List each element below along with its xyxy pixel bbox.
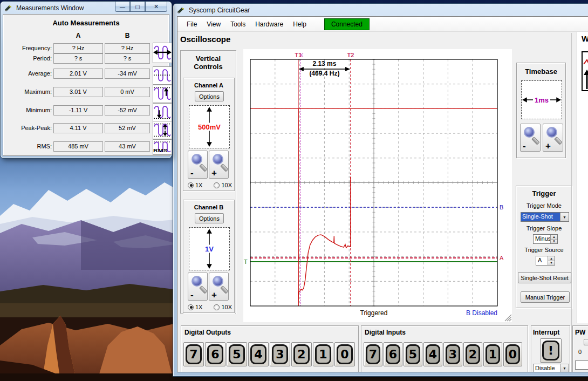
- spin-up-icon[interactable]: ▲: [551, 235, 557, 240]
- trigger-mode-label: Trigger Mode: [516, 202, 572, 209]
- trigger-heading: Trigger: [516, 189, 572, 198]
- minus-label: -: [190, 290, 194, 300]
- menu-item-hardware[interactable]: Hardware: [250, 18, 288, 30]
- measurements-window: Measurements Window — ▢ ✕ Auto Measureme…: [1, 2, 172, 158]
- row-label: Average:: [3, 69, 52, 79]
- menu-item-view[interactable]: View: [202, 18, 225, 30]
- menu-item-help[interactable]: Help: [288, 18, 311, 30]
- digital-output-bit-1[interactable]: 1: [313, 342, 333, 366]
- svg-text:A: A: [500, 255, 504, 261]
- channel-a-zoom-out-button[interactable]: -: [188, 151, 208, 179]
- row-label: Frequency:: [3, 43, 52, 53]
- bit-digit-label: 1: [486, 344, 500, 364]
- pwm-partial-field[interactable]: [575, 360, 588, 370]
- channel-a-probe-10x-radio[interactable]: 10X: [214, 182, 232, 188]
- connected-indicator[interactable]: Connected: [324, 18, 370, 30]
- digital-input-bit-7[interactable]: 7: [364, 342, 382, 366]
- svg-text:B Disabled: B Disabled: [466, 309, 497, 317]
- pwm-value: 0: [578, 349, 582, 355]
- chevron-down-icon[interactable]: ▼: [560, 364, 569, 372]
- trigger-slope-spinner[interactable]: Minus ▲ ▼: [533, 234, 558, 244]
- interrupt-button[interactable]: !: [540, 338, 562, 363]
- channel-b-group: Channel B Options 1V -: [183, 200, 235, 313]
- app-icon: [177, 6, 186, 15]
- bit-digit-label: 2: [466, 344, 480, 364]
- digital-output-bit-2[interactable]: 2: [291, 342, 312, 366]
- close-button[interactable]: ✕: [145, 2, 167, 12]
- oscilloscope-display[interactable]: 2.13 ms(469.4 Hz)XT1T2BATTriggeredB Disa…: [243, 49, 512, 322]
- digital-input-bit-3[interactable]: 3: [443, 342, 462, 366]
- channel-b-probe-10x-radio[interactable]: 10X: [214, 304, 232, 310]
- svg-text:RMS: RMS: [153, 147, 168, 153]
- bit-digit-label: 4: [426, 344, 440, 364]
- exclamation-icon: !: [542, 341, 559, 360]
- circuitgear-window-titlebar[interactable]: Syscomp CircuitGear: [173, 4, 588, 16]
- digital-output-bit-0[interactable]: 0: [334, 342, 355, 366]
- digital-input-bit-0[interactable]: 0: [503, 342, 522, 366]
- digital-input-bit-2[interactable]: 2: [463, 342, 482, 366]
- digital-input-bit-6[interactable]: 6: [384, 342, 402, 366]
- value-peakpeak-b: 52 mV: [105, 123, 150, 133]
- channel-b-probe-1x-radio[interactable]: 1X: [188, 304, 202, 310]
- digital-output-bit-6[interactable]: 6: [205, 342, 225, 366]
- channel-a-group: Channel A Options 500mV -: [183, 78, 235, 191]
- timebase-range-box[interactable]: 1ms: [521, 80, 562, 119]
- channel-a-probe-1x-radio[interactable]: 1X: [188, 182, 202, 188]
- value-maximum-b: 0 mV: [105, 87, 150, 97]
- interrupt-panel: Interrupt ! Disable ▼: [531, 325, 570, 372]
- bit-digit-label: 2: [293, 344, 310, 364]
- spin-down-icon[interactable]: ▼: [551, 240, 557, 244]
- value-average-a: 2.01 V: [53, 69, 103, 79]
- channel-b-zoom-out-button[interactable]: -: [188, 273, 208, 301]
- value-minimum-b: -52 mV: [105, 105, 150, 115]
- pwm-partial-button[interactable]: [584, 339, 588, 345]
- bit-digit-label: 7: [186, 344, 202, 364]
- digital-outputs-panel: Digital Outputs 76543210: [181, 325, 359, 372]
- interrupt-mode-select[interactable]: Disable ▼: [533, 364, 569, 372]
- spin-down-icon[interactable]: ▼: [548, 261, 555, 266]
- wave-maximum-icon: [153, 85, 172, 103]
- timebase-zoom-out-button[interactable]: -: [520, 124, 541, 152]
- probe-10x-label: 10X: [221, 304, 232, 310]
- digital-input-bit-1[interactable]: 1: [483, 342, 502, 366]
- digital-output-bit-4[interactable]: 4: [248, 342, 269, 366]
- bit-digit-label: 7: [366, 344, 380, 364]
- timebase-panel: Timebase 1ms -: [516, 63, 566, 158]
- bit-digit-label: 6: [386, 344, 400, 364]
- interrupt-heading: Interrupt: [533, 329, 559, 336]
- chevron-down-icon[interactable]: ▼: [560, 213, 569, 221]
- svg-text:T1: T1: [295, 52, 302, 58]
- channel-a-options-button[interactable]: Options: [195, 91, 224, 101]
- digital-output-bit-3[interactable]: 3: [270, 342, 290, 366]
- timebase-zoom-in-button[interactable]: +: [543, 124, 563, 152]
- channel-a-range-box[interactable]: 500mV: [189, 105, 230, 148]
- vertical-controls-panel: Vertical Controls Channel A Options: [180, 50, 236, 314]
- magnifier-icon: [192, 276, 202, 287]
- digital-inputs-heading: Digital Inputs: [365, 329, 406, 336]
- trigger-mode-select[interactable]: Single-Shot ▼: [521, 212, 569, 222]
- channel-a-zoom-in-button[interactable]: +: [209, 151, 229, 179]
- magnifier-icon: [213, 154, 223, 165]
- maximize-button[interactable]: ▢: [130, 2, 145, 12]
- wave-rms-icon: RMS: [153, 139, 172, 155]
- manual-trigger-button[interactable]: Manual Trigger: [521, 291, 570, 303]
- digital-input-bit-4[interactable]: 4: [423, 342, 442, 366]
- app-icon: [4, 4, 13, 12]
- row-label: RMS:: [3, 141, 52, 152]
- channel-b-range-box[interactable]: 1V: [189, 227, 230, 270]
- menu-item-tools[interactable]: Tools: [225, 18, 250, 30]
- minimize-button[interactable]: —: [115, 2, 130, 12]
- digital-input-bit-5[interactable]: 5: [404, 342, 422, 366]
- timebase-value: 1ms: [533, 96, 550, 104]
- digital-output-bit-7[interactable]: 7: [183, 342, 204, 366]
- spin-up-icon[interactable]: ▲: [548, 256, 555, 261]
- menu-item-file[interactable]: File: [182, 18, 202, 30]
- magnifier-icon: [546, 127, 557, 138]
- trigger-source-spinner[interactable]: A ▲ ▼: [536, 256, 555, 266]
- single-shot-reset-button[interactable]: Single-Shot Reset: [518, 272, 571, 283]
- probe-1x-label: 1X: [195, 304, 202, 310]
- digital-output-bit-5[interactable]: 5: [227, 342, 247, 366]
- channel-b-zoom-in-button[interactable]: +: [209, 273, 229, 301]
- channel-b-options-button[interactable]: Options: [195, 213, 224, 223]
- column-header-a: A: [53, 32, 103, 40]
